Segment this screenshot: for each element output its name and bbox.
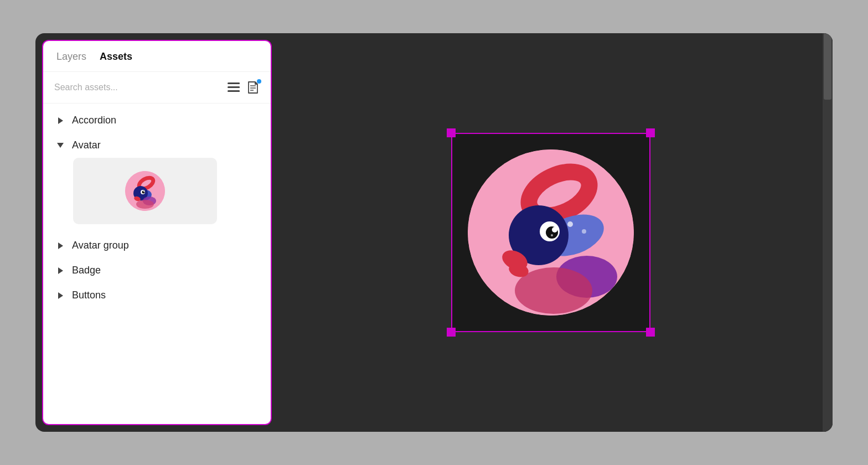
chevron-accordion bbox=[56, 117, 64, 125]
svg-point-14 bbox=[142, 191, 145, 194]
panel-tabs: Layers Assets bbox=[43, 41, 271, 72]
asset-item-badge[interactable]: Badge bbox=[43, 258, 271, 283]
svg-rect-5 bbox=[231, 90, 240, 92]
svg-rect-3 bbox=[231, 82, 240, 84]
selection-border bbox=[451, 133, 650, 332]
tab-layers[interactable]: Layers bbox=[56, 51, 86, 71]
svg-point-17 bbox=[136, 200, 154, 209]
avatar-thumbnail[interactable] bbox=[73, 158, 217, 224]
main-canvas[interactable] bbox=[278, 33, 823, 432]
handle-bottom-left[interactable] bbox=[447, 328, 456, 337]
mini-avatar-graphic bbox=[125, 171, 165, 211]
asset-label-accordion: Accordion bbox=[72, 115, 116, 126]
asset-item-buttons[interactable]: Buttons bbox=[43, 283, 271, 308]
asset-item-avatar[interactable]: Avatar bbox=[43, 133, 271, 158]
chevron-avatar bbox=[56, 142, 64, 149]
asset-label-avatar-group: Avatar group bbox=[72, 240, 129, 251]
right-scrollbar bbox=[823, 33, 833, 432]
chevron-badge bbox=[56, 267, 64, 275]
svg-point-15 bbox=[143, 191, 144, 192]
library-badge-dot bbox=[257, 79, 261, 84]
search-row bbox=[43, 72, 271, 104]
avatar-thumbnail-container bbox=[43, 158, 271, 233]
asset-list: Accordion Avatar bbox=[43, 104, 271, 424]
handle-top-right[interactable] bbox=[646, 128, 655, 137]
tab-assets[interactable]: Assets bbox=[100, 51, 132, 71]
asset-label-buttons: Buttons bbox=[72, 290, 106, 301]
handle-top-left[interactable] bbox=[447, 128, 456, 137]
scrollbar-thumb[interactable] bbox=[824, 33, 831, 100]
asset-label-badge: Badge bbox=[72, 265, 101, 276]
search-input[interactable] bbox=[54, 82, 221, 92]
list-view-icon[interactable] bbox=[228, 82, 240, 92]
handle-bottom-right[interactable] bbox=[646, 328, 655, 337]
chevron-buttons bbox=[56, 292, 64, 299]
asset-item-avatar-group[interactable]: Avatar group bbox=[43, 233, 271, 258]
asset-item-accordion[interactable]: Accordion bbox=[43, 108, 271, 133]
chevron-avatar-group bbox=[56, 242, 64, 250]
scrollbar-track[interactable] bbox=[823, 33, 833, 432]
svg-rect-4 bbox=[231, 86, 240, 88]
left-panel: Layers Assets bbox=[42, 40, 272, 425]
app-window: Layers Assets bbox=[35, 33, 833, 432]
library-icon[interactable] bbox=[246, 81, 260, 94]
selection-container bbox=[451, 133, 650, 332]
asset-label-avatar: Avatar bbox=[72, 140, 101, 151]
